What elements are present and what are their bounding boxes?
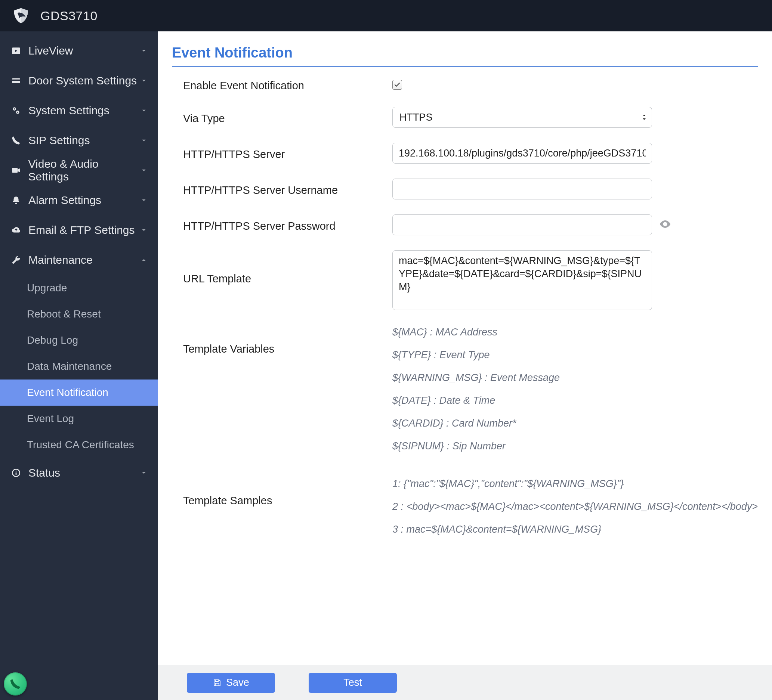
subnav-label: Event Log — [27, 413, 74, 425]
sidebar-item-maintenance[interactable]: Maintenance — [0, 245, 158, 275]
phone-icon — [10, 135, 22, 146]
sidebar-item-sip[interactable]: SIP Settings — [0, 126, 158, 155]
template-samples-list: 1: {"mac":"${MAC}","content":"${WARNING_… — [393, 478, 758, 547]
test-button[interactable]: Test — [309, 673, 397, 693]
test-button-label: Test — [343, 677, 362, 689]
label-http-server: HTTP/HTTPS Server — [183, 146, 393, 161]
subnav-event-notification[interactable]: Event Notification — [0, 380, 158, 406]
sidebar-item-label: System Settings — [28, 104, 110, 117]
template-variable: ${WARNING_MSG} : Event Message — [393, 372, 758, 383]
call-fab-button[interactable] — [4, 672, 27, 695]
via-type-value: HTTPS — [399, 112, 433, 123]
chevron-down-icon — [141, 227, 147, 233]
template-variable: ${TYPE} : Event Type — [393, 349, 758, 361]
label-http-password: HTTP/HTTPS Server Password — [183, 218, 393, 232]
svg-point-5 — [14, 108, 15, 109]
sidebar-item-label: Door System Settings — [28, 74, 137, 87]
play-icon — [10, 45, 22, 56]
template-sample: 1: {"mac":"${MAC}","content":"${WARNING_… — [393, 478, 758, 490]
sidebar-item-alarm[interactable]: Alarm Settings — [0, 185, 158, 215]
chevron-down-icon — [141, 470, 147, 476]
svg-rect-13 — [215, 680, 218, 682]
subnav-debug-log[interactable]: Debug Log — [0, 327, 158, 353]
chevron-down-icon — [141, 167, 147, 174]
sidebar-item-label: Status — [28, 467, 60, 479]
reveal-password-icon[interactable] — [659, 218, 672, 232]
subnav-label: Reboot & Reset — [27, 308, 101, 320]
svg-rect-14 — [215, 683, 219, 686]
subnav-trusted-ca[interactable]: Trusted CA Certificates — [0, 432, 158, 458]
select-arrows-icon — [642, 114, 646, 121]
chevron-down-icon — [141, 47, 147, 54]
maintenance-submenu: Upgrade Reboot & Reset Debug Log Data Ma… — [0, 275, 158, 458]
http-password-input[interactable] — [393, 214, 652, 235]
template-variable: ${MAC} : MAC Address — [393, 326, 758, 338]
sidebar: LiveView Door System Settings — [0, 31, 158, 700]
sidebar-item-video-audio[interactable]: Video & Audio Settings — [0, 155, 158, 185]
subnav-upgrade[interactable]: Upgrade — [0, 275, 158, 301]
sidebar-item-door-system[interactable]: Door System Settings — [0, 66, 158, 96]
cloud-upload-icon — [10, 225, 22, 236]
video-icon — [10, 165, 22, 176]
svg-point-6 — [17, 112, 18, 113]
subnav-data-maintenance[interactable]: Data Maintenance — [0, 353, 158, 380]
sidebar-item-liveview[interactable]: LiveView — [0, 36, 158, 66]
template-variable: ${CARDID} : Card Number* — [393, 418, 758, 429]
subnav-reboot-reset[interactable]: Reboot & Reset — [0, 301, 158, 327]
sidebar-item-label: Maintenance — [28, 254, 93, 266]
subnav-label: Trusted CA Certificates — [27, 439, 134, 451]
template-variable: ${SIPNUM} : Sip Number — [393, 441, 758, 452]
label-via-type: Via Type — [183, 110, 393, 125]
sidebar-item-label: Email & FTP Settings — [28, 224, 135, 237]
page-title: Event Notification — [172, 45, 758, 67]
template-variables-list: ${MAC} : MAC Address ${TYPE} : Event Typ… — [393, 326, 758, 463]
svg-point-11 — [16, 471, 17, 472]
http-server-input[interactable] — [393, 143, 652, 163]
svg-rect-7 — [12, 168, 18, 173]
label-template-samples: Template Samples — [183, 478, 393, 507]
subnav-label: Upgrade — [27, 282, 67, 294]
sidebar-item-label: Alarm Settings — [28, 194, 101, 207]
template-variable: ${DATE} : Date & Time — [393, 395, 758, 406]
product-title: GDS3710 — [40, 8, 98, 23]
sidebar-item-label: LiveView — [28, 44, 73, 57]
info-icon — [10, 467, 22, 478]
action-bar: Save Test — [158, 665, 772, 700]
svg-rect-2 — [12, 80, 20, 81]
sidebar-nav: LiveView Door System Settings — [0, 31, 158, 700]
label-url-template: URL Template — [183, 250, 393, 285]
chevron-down-icon — [141, 137, 147, 144]
label-template-variables: Template Variables — [183, 326, 393, 355]
wrench-icon — [10, 255, 22, 266]
sidebar-item-label: SIP Settings — [28, 134, 90, 147]
via-type-select[interactable]: HTTPS — [393, 107, 652, 128]
save-button-label: Save — [226, 677, 249, 689]
card-icon — [10, 75, 22, 86]
save-icon — [213, 678, 222, 687]
sidebar-item-status[interactable]: Status — [0, 458, 158, 488]
enable-notification-checkbox[interactable] — [393, 80, 402, 90]
label-enable-notification: Enable Event Notification — [183, 77, 393, 92]
subnav-event-log[interactable]: Event Log — [0, 406, 158, 432]
svg-point-8 — [15, 203, 17, 204]
sidebar-item-label: Video & Audio Settings — [28, 158, 141, 183]
url-template-textarea[interactable] — [393, 250, 652, 310]
chevron-down-icon — [141, 77, 147, 84]
brand-logo-icon — [10, 5, 31, 26]
subnav-label: Debug Log — [27, 334, 78, 346]
sidebar-item-system-settings[interactable]: System Settings — [0, 96, 158, 126]
chevron-down-icon — [141, 107, 147, 114]
template-sample: 3 : mac=${MAC}&content=${WARNING_MSG} — [393, 524, 758, 535]
template-sample: 2 : <body><mac>${MAC}</mac><content>${WA… — [393, 501, 758, 512]
svg-point-12 — [664, 223, 666, 225]
bell-icon — [10, 194, 22, 206]
chevron-down-icon — [141, 197, 147, 204]
subnav-label: Data Maintenance — [27, 361, 112, 372]
sidebar-item-email-ftp[interactable]: Email & FTP Settings — [0, 215, 158, 245]
http-username-input[interactable] — [393, 179, 652, 199]
label-http-username: HTTP/HTTPS Server Username — [183, 182, 393, 196]
gears-icon — [10, 105, 22, 116]
subnav-label: Event Notification — [27, 387, 108, 398]
chevron-up-icon — [141, 257, 147, 263]
save-button[interactable]: Save — [187, 673, 275, 693]
